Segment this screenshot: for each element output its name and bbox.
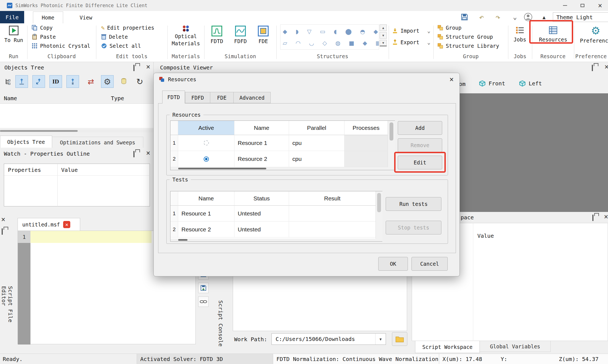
theme-selector[interactable]: Theme Light	[553, 12, 608, 22]
objects-tree-close-icon[interactable]: ×	[146, 63, 150, 70]
add-button[interactable]: Add	[398, 121, 442, 135]
tests-row1-name[interactable]: Resource 1	[178, 206, 234, 222]
work-path-combobox[interactable]: C:/Users/15066/Downloads ▾	[271, 333, 386, 345]
remove-button[interactable]: Remove	[398, 138, 442, 152]
objects-tree-col-type[interactable]: Type	[111, 95, 124, 102]
tests-row2-name[interactable]: Resource 2	[178, 222, 234, 237]
file-menu-button[interactable]: File	[0, 11, 24, 23]
watch-float-icon[interactable]	[133, 152, 135, 157]
resources-row2-processes[interactable]	[344, 151, 388, 167]
view-left-button[interactable]: Left	[518, 77, 542, 89]
preference-button[interactable]: ⚙ Preference	[578, 26, 608, 44]
tests-hscrollbar[interactable]	[170, 239, 383, 241]
pin-arrow-icon[interactable]	[32, 75, 45, 88]
pin-table-icon[interactable]	[15, 75, 28, 88]
resources-col-name[interactable]: Name	[234, 121, 289, 135]
optical-materials-button[interactable]: Optical Materials	[172, 25, 200, 46]
dialog-tab-fdfd[interactable]: FDFD	[185, 92, 210, 103]
structure-library-button[interactable]: Structure Library	[437, 42, 499, 50]
structures-shape-gallery[interactable]: ◆ ◗ ▽ ▭ ◖ ⬤ ◓ ◆ ▲ ◈ ▱ ◠ ◡ ◇ ◍ ■ ◆ ▦ ◉ ◎	[280, 24, 379, 50]
swap-arrows-icon[interactable]: ⇄	[85, 75, 97, 88]
dialog-tab-fdtd[interactable]: FDTD	[162, 91, 185, 103]
resources-row2-name[interactable]: Resource 2	[234, 151, 289, 167]
resources-row1-active-radio[interactable]	[178, 135, 234, 151]
select-all-button[interactable]: Select all	[101, 42, 141, 50]
view-front-button[interactable]: Front	[478, 77, 505, 89]
viewer-close-icon[interactable]: ×	[604, 63, 608, 70]
tests-table[interactable]: Name Status Result 1 Resource 1 Untested…	[170, 191, 382, 242]
fde-button[interactable]: FDE	[254, 26, 272, 44]
stop-tests-button[interactable]: Stop tests	[386, 221, 441, 234]
dialog-close-icon[interactable]: ×	[445, 74, 458, 85]
minimize-button[interactable]	[559, 1, 571, 10]
group-button[interactable]: Group	[437, 24, 461, 32]
fdtd-button[interactable]: FDTD	[207, 26, 227, 44]
redo-icon[interactable]: ↷	[492, 12, 504, 23]
gallery-scroll-up-icon[interactable]: ▲	[380, 24, 387, 31]
quickaccess-chevron-icon[interactable]: ⌄	[510, 12, 520, 23]
resources-vscrollbar[interactable]	[388, 121, 395, 167]
pin-column-icon[interactable]	[66, 75, 79, 88]
tests-col-status[interactable]: Status	[234, 191, 289, 206]
right-dock-close-icon[interactable]: ×	[604, 213, 608, 220]
work-path-combo-arrow-icon[interactable]: ▾	[375, 334, 386, 345]
resources-hscrollbar[interactable]	[170, 167, 395, 170]
import-button[interactable]: Import ⌄	[392, 27, 430, 35]
tests-row1-result[interactable]	[289, 206, 376, 222]
resources-hscroll-thumb[interactable]	[178, 168, 266, 169]
delete-button[interactable]: Delete	[101, 33, 128, 41]
fdfd-button[interactable]: FDFD	[231, 26, 250, 44]
save-icon[interactable]	[461, 13, 468, 21]
tests-col-result[interactable]: Result	[289, 191, 376, 206]
collapse-ribbon-icon[interactable]: ▲	[539, 12, 550, 23]
resources-row1-processes[interactable]	[344, 135, 388, 151]
tests-row1-status[interactable]: Untested	[234, 206, 289, 222]
browse-folder-button[interactable]	[392, 332, 407, 346]
account-avatar-icon[interactable]	[524, 13, 533, 21]
tab-script-workspace[interactable]: Script Workspace	[415, 341, 480, 353]
resources-vscroll-thumb[interactable]	[390, 122, 393, 141]
editor-current-line-highlight[interactable]	[30, 231, 152, 243]
undo-icon[interactable]: ↶	[475, 12, 487, 23]
watch-close-icon[interactable]: ×	[146, 149, 150, 156]
objects-tree-hscrollbar[interactable]	[0, 130, 154, 132]
viewer-float-icon[interactable]	[592, 65, 593, 71]
export-button[interactable]: Export ⌄	[392, 38, 430, 46]
edit-properties-button[interactable]: ✎ Edit properties	[101, 24, 154, 32]
tests-col-name[interactable]: Name	[178, 191, 234, 206]
console-link-icon[interactable]	[198, 296, 209, 307]
tests-vscroll-thumb[interactable]	[377, 193, 381, 212]
settings-gear-icon[interactable]: ⚙	[101, 75, 114, 88]
script-console-label[interactable]: Script Console	[217, 300, 224, 347]
run-tests-button[interactable]: Run tests	[386, 197, 441, 211]
resources-table[interactable]: Active Name Parallel Processes 1 Resourc…	[170, 121, 395, 170]
refresh-icon[interactable]: ↻	[133, 75, 146, 88]
script-file-editor-label[interactable]: Script File Editor	[1, 286, 14, 344]
resources-col-processes[interactable]: Processes	[344, 121, 388, 135]
photonic-crystal-button[interactable]: Photonic Crystal	[32, 42, 90, 50]
tests-row2-status[interactable]: Untested	[234, 222, 289, 237]
tests-vscrollbar[interactable]	[376, 191, 383, 239]
edit-button[interactable]: Edit	[398, 156, 442, 169]
jobs-button[interactable]: Jobs	[510, 26, 529, 43]
tab-objects-tree[interactable]: Objects Tree	[0, 136, 52, 148]
resources-row1-parallel[interactable]: cpu	[289, 135, 344, 151]
copy-button[interactable]: Copy	[32, 24, 53, 32]
database-icon[interactable]	[117, 75, 130, 88]
close-button[interactable]: ×	[594, 1, 606, 10]
view-bottom-button[interactable]: om	[459, 79, 466, 89]
objects-tree-col-name[interactable]: Name	[4, 95, 17, 102]
hscroll-thumb[interactable]	[0, 130, 78, 132]
console-save-as-icon[interactable]	[198, 283, 209, 293]
resources-row1-name[interactable]: Resource 1	[234, 135, 289, 151]
tab-global-variables[interactable]: Global Variables	[480, 341, 551, 352]
tests-hscroll-thumb[interactable]	[178, 239, 187, 241]
structure-group-button[interactable]: Structure Group	[437, 33, 493, 41]
resources-button[interactable]: Resources	[537, 26, 569, 43]
tab-view[interactable]: View	[74, 12, 98, 23]
resources-row2-active-radio[interactable]	[178, 151, 234, 167]
tree-structure-icon[interactable]	[2, 75, 14, 88]
paste-button[interactable]: Paste	[32, 33, 56, 41]
editor-tab-untitled[interactable]: untitled.msf ×	[18, 218, 80, 231]
ok-button[interactable]: OK	[378, 257, 408, 271]
